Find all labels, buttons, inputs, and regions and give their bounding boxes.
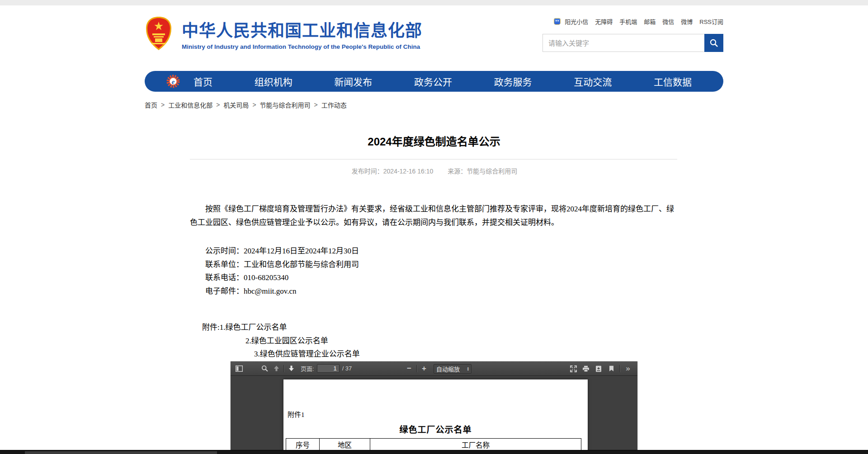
article-paragraph: 按照《绿色工厂梯度培育及管理暂行办法》有关要求，经省级工业和信息化主管部门推荐及… (190, 202, 680, 229)
search-bar (542, 34, 723, 52)
page-down-icon (288, 365, 295, 372)
nav-item-news[interactable]: 新闻发布 (334, 75, 372, 88)
nav-item-interaction[interactable]: 互动交流 (574, 75, 612, 88)
quick-link-mail[interactable]: 邮箱 (644, 17, 656, 26)
quick-links: 阳光小信 无障碍 手机端 邮箱 微信 微博 RSS订阅 (542, 17, 723, 26)
title-divider (190, 159, 677, 159)
taskbar-edge (0, 450, 868, 454)
crumb-miit[interactable]: 工业和信息化部 (168, 100, 212, 109)
sunshine-robot-icon (554, 18, 561, 25)
crumb-separator: > (161, 101, 165, 108)
page-label: 页面: (301, 364, 314, 373)
presentation-mode-button[interactable] (567, 363, 579, 374)
fullscreen-icon (570, 365, 577, 372)
crumb-separator: > (314, 101, 318, 108)
article-title: 2024年度绿色制造名单公示 (0, 133, 868, 149)
print-icon (582, 365, 590, 372)
pdf-search-icon (261, 365, 268, 372)
contact-unit-line: 联系单位：工业和信息化部节能与综合利用司 (190, 258, 680, 271)
print-button[interactable] (580, 363, 592, 374)
nav-item-data[interactable]: 工信数据 (654, 75, 692, 88)
attachment-1-label: 附件:1.绿色工厂公示名单 (190, 321, 680, 334)
zoom-out-button[interactable]: − (403, 363, 415, 374)
quick-link-wechat[interactable]: 微信 (662, 17, 674, 26)
pdf-document-title: 绿色工厂公示名单 (283, 423, 588, 435)
crumb-separator: > (252, 101, 256, 108)
notice-period-line: 公示时间：2024年12月16日至2024年12月30日 (190, 244, 680, 258)
sidebar-toggle-button[interactable] (233, 363, 245, 374)
pdf-toolbar: 页面: / 37 − + 自动缩放 ▴ ▾ (231, 361, 637, 376)
browser-top-strip (0, 0, 868, 5)
page-number-input[interactable] (317, 364, 340, 373)
attachments-block: 附件:1.绿色工厂公示名单 2.绿色工业园区公示名单 3.绿色供应链管理企业公示… (190, 321, 680, 361)
header-factory-name: 工厂名称 (370, 439, 581, 451)
nav-item-gov-open[interactable]: 政务公开 (414, 75, 452, 88)
download-icon (595, 365, 602, 372)
search-icon (709, 38, 718, 47)
quick-link-sunshine[interactable]: 阳光小信 (565, 17, 588, 26)
site-title-en: Ministry of Industry and Information Tec… (182, 43, 422, 50)
crumb-separator: > (216, 101, 220, 108)
page-count: / 37 (342, 365, 352, 372)
pdf-page: 附件1 绿色工厂公示名单 序号 地区 工厂名称 1 北京 北京北元电器有限公司 (283, 379, 588, 454)
table-header-row: 序号 地区 工厂名称 (286, 439, 581, 451)
crumb-departments[interactable]: 机关司局 (223, 100, 249, 109)
crumb-work-updates[interactable]: 工作动态 (321, 100, 347, 109)
header-region: 地区 (319, 439, 370, 451)
page: 中华人民共和国工业和信息化部 Ministry of Industry and … (0, 0, 868, 454)
nav-item-home[interactable]: 首页 (193, 75, 212, 88)
zoom-select[interactable]: 自动缩放 ▴ ▾ (434, 364, 472, 374)
select-caret-icon: ▴ ▾ (467, 366, 469, 371)
download-button[interactable] (593, 363, 604, 374)
pdf-attachment-label: 附件1 (288, 409, 305, 419)
svg-text:e: e (172, 78, 175, 85)
quick-link-mobile[interactable]: 手机端 (619, 17, 637, 26)
pdf-find-button[interactable] (259, 363, 270, 374)
pdf-viewer: 页面: / 37 − + 自动缩放 ▴ ▾ (231, 361, 637, 454)
page-up-icon (273, 365, 280, 372)
publish-time: 发布时间：2024-12-16 16:10 (352, 168, 434, 175)
search-input[interactable] (542, 34, 704, 52)
previous-page-button[interactable] (270, 363, 282, 374)
crumb-energy-dept[interactable]: 节能与综合利用司 (260, 100, 311, 109)
zoom-in-button[interactable]: + (418, 363, 430, 374)
bookmark-icon (609, 365, 614, 372)
next-page-button[interactable] (285, 363, 297, 374)
bookmark-button[interactable] (605, 363, 617, 374)
attachment-3-label: 3.绿色供应链管理企业公示名单 (190, 347, 680, 361)
contact-phone-line: 联系电话：010-68205340 (190, 271, 680, 285)
miit-gear-icon: e (166, 75, 180, 88)
breadcrumb: 首页 > 工业和信息化部 > 机关司局 > 节能与综合利用司 > 工作动态 (145, 100, 347, 109)
quick-link-accessibility[interactable]: 无障碍 (595, 17, 613, 26)
quick-link-rss[interactable]: RSS订阅 (699, 17, 723, 26)
nav-item-organization[interactable]: 组织机构 (255, 75, 292, 88)
main-navigation: e 首页 组织机构 新闻发布 政务公开 政务服务 互动交流 工信数据 (145, 71, 723, 92)
search-button[interactable] (704, 34, 723, 52)
nav-item-gov-services[interactable]: 政务服务 (494, 75, 532, 88)
article-meta: 发布时间：2024-12-16 16:10 来源：节能与综合利用司 (190, 166, 679, 175)
contact-email-line: 电子邮件：hbc@miit.gov.cn (190, 285, 680, 298)
site-logo[interactable]: 中华人民共和国工业和信息化部 Ministry of Industry and … (145, 16, 422, 51)
article-source: 来源：节能与综合利用司 (448, 168, 517, 175)
article-body: 按照《绿色工厂梯度培育及管理暂行办法》有关要求，经省级工业和信息化主管部门推荐及… (190, 202, 680, 229)
attachment-2-label: 2.绿色工业园区公示名单 (190, 334, 680, 348)
quick-link-weibo[interactable]: 微博 (681, 17, 693, 26)
zoom-select-value: 自动缩放 (436, 365, 460, 373)
contact-info-block: 公示时间：2024年12月16日至2024年12月30日 联系单位：工业和信息化… (190, 244, 680, 298)
more-tools-button[interactable]: » (622, 363, 634, 374)
header-serial: 序号 (286, 439, 320, 451)
site-title-cn: 中华人民共和国工业和信息化部 (182, 17, 422, 42)
national-emblem-icon (145, 16, 173, 51)
sidebar-toggle-icon (236, 365, 243, 372)
crumb-home[interactable]: 首页 (145, 100, 157, 109)
